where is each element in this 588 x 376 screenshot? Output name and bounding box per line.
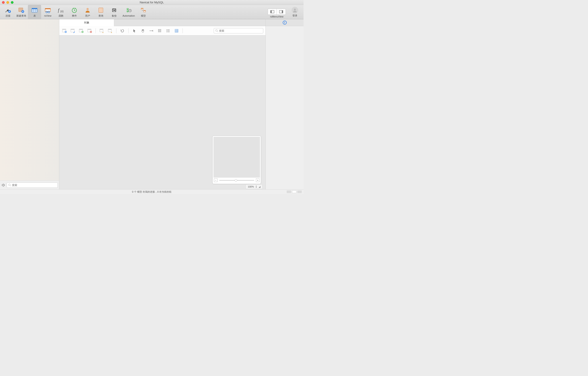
new-query-label: 新建查询 [16,14,26,18]
refresh-button[interactable] [119,28,125,34]
right-panel: i [265,19,304,189]
zoom-slider[interactable] [219,180,254,181]
new-table-button[interactable] [62,28,67,34]
query-add-icon [18,7,25,14]
main-toolbar: 连接 新建查询 表 rsView f(x) 函数 事件 用户 [0,5,304,19]
table-icon [31,7,38,14]
grid-large-button[interactable] [174,28,179,34]
left-panel-tree[interactable] [0,19,59,180]
svg-rect-37 [88,29,91,30]
workspace: 对象 [0,19,304,189]
right-panel-header: i [266,19,304,26]
svg-rect-32 [71,29,74,30]
toolbar-divider [128,28,128,33]
tab-objects[interactable]: 对象 [59,19,114,26]
menu-view-label: rsMenuView [270,15,284,18]
connect-button[interactable]: 连接 [1,5,15,19]
backup-label: 备份 [112,14,116,18]
svg-rect-4 [32,8,37,9]
svg-point-52 [166,29,167,30]
toggle-left-panel-button[interactable] [268,9,277,15]
left-panel-search[interactable] [7,182,58,188]
delete-table-button[interactable] [87,28,93,34]
minimap-controls: − + [213,177,260,183]
objects-search-input[interactable] [219,29,262,32]
statusbar: 0 个 模型 在我的连接，0 在当前的组 [0,189,304,194]
window-title: Navicat for MySQL [0,1,304,4]
toggle-right-panel-button[interactable] [277,9,286,15]
svg-rect-44 [159,29,160,30]
hand-tool-button[interactable] [140,28,146,34]
zoom-indicator[interactable]: 100% ▴▾ ◢ [246,185,262,189]
svg-rect-51 [160,32,161,32]
grid-small-button[interactable] [157,28,163,34]
table-button[interactable]: 表 [28,5,41,19]
toolbar-divider [182,28,183,33]
table-label: 表 [33,14,36,18]
zoom-stepper-icon[interactable]: ▴▾ [256,185,257,188]
resize-handle-icon[interactable]: ◢ [259,185,260,188]
query-label: 查询 [98,14,103,18]
export-button[interactable] [107,28,113,34]
model-button[interactable]: 模型 [137,5,150,19]
svg-rect-46 [158,30,159,31]
status-box-1 [287,190,291,193]
svg-point-26 [294,9,296,11]
login-button[interactable]: 登录 [289,5,302,19]
svg-point-27 [9,184,10,186]
svg-rect-6 [45,8,51,9]
duplicate-table-button[interactable] [78,28,84,34]
user-button[interactable]: 用户 [81,5,94,19]
zoom-value: 100% [248,185,254,188]
canvas-area[interactable]: − + 100% ▴▾ ◢ [59,35,265,189]
connect-label: 连接 [6,14,10,18]
function-button[interactable]: f(x) 函数 [54,5,68,19]
svg-point-12 [86,8,89,10]
list-view-button[interactable] [165,28,171,34]
rsview-button[interactable]: rsView [41,5,54,19]
event-label: 事件 [72,14,77,18]
automation-button[interactable]: Automation [121,5,137,19]
svg-rect-45 [160,29,161,30]
backup-button[interactable]: 备份 [107,5,121,19]
zoom-in-button[interactable]: + [256,178,260,182]
statusbar-right [287,190,302,193]
statusbar-text: 0 个 模型 在我的连接，0 在当前的组 [132,190,171,194]
minimap[interactable]: − + [212,136,261,184]
view-icon [44,7,51,14]
objects-toolbar [59,26,265,35]
svg-rect-48 [160,30,161,31]
rsview-label: rsView [44,14,52,17]
left-panel-footer [0,180,59,189]
svg-text:(x): (x) [60,10,63,13]
zoom-out-button[interactable]: − [214,178,218,182]
menu-view-control: rsMenuView [265,5,289,19]
import-button[interactable] [99,28,105,34]
automation-label: Automation [123,14,135,17]
left-panel [0,19,59,189]
info-icon[interactable]: i [283,21,287,25]
model-icon [140,7,147,14]
svg-rect-50 [159,32,160,32]
toolbar-divider [95,28,96,33]
query-icon [97,7,105,14]
user-icon [84,7,91,14]
pointer-tool-button[interactable] [132,28,137,34]
new-query-button[interactable]: 新建查询 [15,5,28,19]
left-search-input[interactable] [12,184,56,187]
status-box-3 [297,190,302,193]
zoom-slider-thumb[interactable] [235,179,237,182]
login-label: 登录 [293,14,297,17]
svg-rect-25 [282,11,283,13]
event-button[interactable]: 事件 [68,5,81,19]
relation-tool-button[interactable] [148,28,154,34]
user-label: 用户 [85,14,90,18]
avatar-icon [292,7,298,13]
link-icon[interactable] [1,183,5,187]
model-label: 模型 [141,14,146,18]
query-button[interactable]: 查询 [94,5,107,19]
svg-rect-29 [62,29,66,30]
minimap-canvas[interactable] [213,137,260,177]
edit-table-button[interactable] [70,28,76,34]
objects-search[interactable] [214,28,263,33]
